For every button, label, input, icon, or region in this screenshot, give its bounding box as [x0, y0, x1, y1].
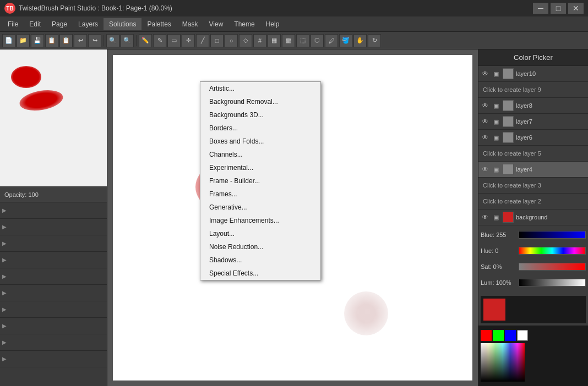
- layer-row-7[interactable]: 👁 ▣ layer7: [478, 114, 588, 130]
- brush-item-7[interactable]: ▶: [0, 301, 107, 318]
- tool-copy[interactable]: 📋: [45, 34, 58, 47]
- layer-eye-4[interactable]: 👁: [481, 165, 489, 174]
- menu-frame-builder[interactable]: Frame - Builder...: [200, 174, 320, 188]
- minimize-button[interactable]: ─: [533, 3, 548, 14]
- palette-blue[interactable]: [505, 330, 516, 341]
- palette-white[interactable]: [517, 330, 528, 341]
- menu-layers[interactable]: Layers: [73, 18, 104, 30]
- menu-experimental[interactable]: Experimental...: [200, 161, 320, 174]
- tool-pencil[interactable]: ✎: [153, 34, 166, 47]
- layer-eye-8[interactable]: 👁: [481, 101, 489, 110]
- brush-item-6[interactable]: ▶: [0, 285, 107, 301]
- sat-slider[interactable]: [519, 263, 586, 271]
- tool-lasso[interactable]: ⬡: [311, 34, 324, 47]
- layer-lock-bg[interactable]: ▣: [492, 213, 500, 222]
- layer-row-4[interactable]: 👁 ▣ layer4: [478, 162, 588, 178]
- tool-rect2[interactable]: □: [210, 34, 224, 47]
- palette-green[interactable]: [493, 330, 504, 341]
- tool-move[interactable]: ✛: [182, 34, 195, 47]
- tool-fill[interactable]: 🪣: [339, 34, 352, 47]
- layer-row-8[interactable]: 👁 ▣ layer8: [478, 98, 588, 114]
- tool-line[interactable]: ╱: [196, 34, 209, 47]
- menu-frames[interactable]: Frames...: [200, 188, 320, 201]
- tool-pattern[interactable]: #: [253, 34, 266, 47]
- tool-new[interactable]: 📄: [2, 34, 15, 47]
- menu-page[interactable]: Page: [46, 18, 73, 30]
- tool-brush[interactable]: ✏️: [139, 34, 152, 47]
- brush-item-9[interactable]: ▶: [0, 334, 107, 351]
- tool-grid[interactable]: ▦: [268, 34, 281, 47]
- color-controls: Blue: 255 Hue: 0 Sat: 0% Lum: 100%: [478, 225, 588, 294]
- menu-bg-removal[interactable]: Background Removal...: [200, 95, 320, 108]
- tool-undo[interactable]: ↩: [74, 34, 87, 47]
- layer-lock-8[interactable]: ▣: [492, 101, 500, 110]
- blue-slider[interactable]: [519, 231, 586, 239]
- layer-eye-bg[interactable]: 👁: [481, 213, 489, 222]
- menu-solutions[interactable]: Solutions: [104, 18, 141, 30]
- menu-artistic[interactable]: Artistic...: [200, 82, 320, 95]
- menu-palettes[interactable]: Palettes: [141, 18, 176, 30]
- menu-layout[interactable]: Layout...: [200, 227, 320, 240]
- brush-item-10[interactable]: ▶: [0, 351, 107, 367]
- palette-red[interactable]: [481, 330, 492, 341]
- menu-view[interactable]: View: [204, 18, 229, 30]
- menu-theme[interactable]: Theme: [228, 18, 260, 30]
- brush-item-3[interactable]: ▶: [0, 235, 107, 252]
- menu-boxes-folds[interactable]: Boxes and Folds...: [200, 135, 320, 148]
- tool-eyedrop[interactable]: 🖊: [325, 34, 338, 47]
- menu-noise-reduction[interactable]: Noise Reduction...: [200, 240, 320, 253]
- menu-image-enhancements[interactable]: Image Enhancements...: [200, 214, 320, 227]
- tool-rect[interactable]: ▭: [167, 34, 181, 47]
- layer-eye-6[interactable]: 👁: [481, 133, 489, 142]
- brush-arrow-2: ▶: [2, 224, 7, 230]
- layer-eye-10[interactable]: 👁: [481, 69, 489, 78]
- tool-diamond[interactable]: ◇: [239, 34, 252, 47]
- tool-zoom-in[interactable]: 🔍: [106, 34, 119, 47]
- title-bar-controls[interactable]: ─ □ ✕: [533, 3, 584, 14]
- brush-item-1[interactable]: ▶: [0, 202, 107, 219]
- menu-bg-3d[interactable]: Backgrounds 3D...: [200, 108, 320, 122]
- tool-paste[interactable]: 📋: [59, 34, 73, 47]
- menu-borders[interactable]: Borders...: [200, 122, 320, 135]
- layer-row-10[interactable]: 👁 ▣ layer10: [478, 66, 588, 82]
- tool-ellipse[interactable]: ○: [225, 34, 238, 47]
- brush-item-5[interactable]: ▶: [0, 268, 107, 285]
- tool-open[interactable]: 📁: [17, 34, 30, 47]
- canvas-area[interactable]: Artistic... Background Removal... Backgr…: [107, 49, 478, 386]
- create-layer-3[interactable]: Click to create layer 3: [478, 178, 588, 194]
- create-layer-2[interactable]: Click to create layer 2: [478, 194, 588, 209]
- menu-file[interactable]: File: [2, 18, 24, 30]
- current-color-swatch[interactable]: [483, 299, 505, 321]
- layer-lock-10[interactable]: ▣: [492, 69, 500, 78]
- maximize-button[interactable]: □: [551, 3, 566, 14]
- layer-lock-7[interactable]: ▣: [492, 117, 500, 126]
- layer-lock-4[interactable]: ▣: [492, 165, 500, 174]
- menu-special-effects[interactable]: Special Effects...: [200, 267, 320, 280]
- tool-save[interactable]: 💾: [31, 34, 44, 47]
- layer-row-background[interactable]: 👁 ▣ background: [478, 209, 588, 225]
- menu-help[interactable]: Help: [260, 18, 285, 30]
- brush-item-8[interactable]: ▶: [0, 318, 107, 334]
- menu-mask[interactable]: Mask: [177, 18, 204, 30]
- tool-hand[interactable]: ✋: [353, 34, 367, 47]
- menu-channels[interactable]: Channels...: [200, 148, 320, 161]
- tool-redo[interactable]: ↪: [88, 34, 101, 47]
- brush-item-2[interactable]: ▶: [0, 219, 107, 235]
- layer-eye-7[interactable]: 👁: [481, 117, 489, 126]
- tool-rotate[interactable]: ↻: [368, 34, 381, 47]
- color-gradient-picker[interactable]: [481, 343, 525, 382]
- menu-shadows[interactable]: Shadows...: [200, 253, 320, 267]
- hue-slider[interactable]: [519, 247, 586, 255]
- tool-zoom-out[interactable]: 🔍: [121, 34, 134, 47]
- layer-row-6[interactable]: 👁 ▣ layer6: [478, 130, 588, 146]
- brush-item-4[interactable]: ▶: [0, 252, 107, 268]
- create-layer-9[interactable]: Click to create layer 9: [478, 82, 588, 98]
- menu-generative[interactable]: Generative...: [200, 201, 320, 214]
- layer-lock-6[interactable]: ▣: [492, 133, 500, 142]
- tool-select[interactable]: ⬚: [296, 34, 309, 47]
- create-layer-5[interactable]: Click to create layer 5: [478, 146, 588, 162]
- tool-texture[interactable]: ▩: [282, 34, 295, 47]
- lum-slider[interactable]: [519, 279, 586, 286]
- menu-edit[interactable]: Edit: [24, 18, 46, 30]
- close-button[interactable]: ✕: [568, 3, 584, 14]
